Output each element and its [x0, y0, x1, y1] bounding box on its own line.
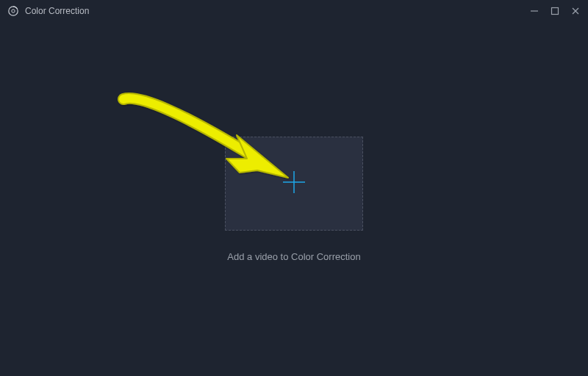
close-button[interactable]	[570, 6, 581, 16]
titlebar: Color Correction	[0, 0, 588, 22]
add-video-prompt: Add a video to Color Correction	[227, 251, 360, 262]
app-icon	[7, 5, 19, 17]
window-title: Color Correction	[25, 6, 529, 16]
window-controls	[529, 6, 581, 16]
svg-point-1	[12, 10, 15, 12]
main-content: Add a video to Color Correction	[0, 22, 588, 376]
minimize-button[interactable]	[529, 6, 539, 16]
maximize-button[interactable]	[550, 6, 560, 16]
svg-rect-3	[552, 8, 559, 15]
add-video-dropzone[interactable]	[225, 137, 363, 231]
plus-icon	[282, 170, 306, 198]
